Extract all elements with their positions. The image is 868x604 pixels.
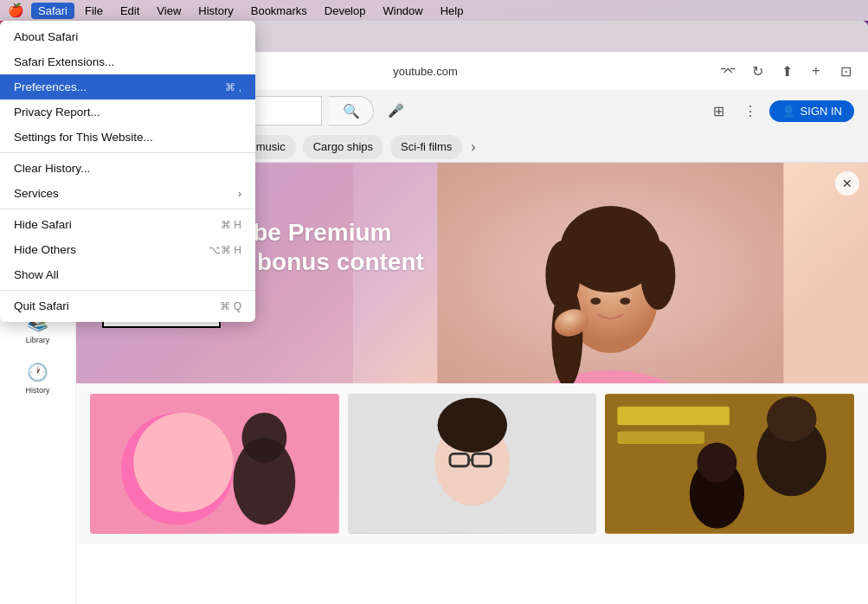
translate-icon[interactable]: ⌤ [716, 59, 740, 83]
svg-point-15 [241, 413, 286, 463]
menubar-item-file[interactable]: File [78, 3, 110, 19]
thumbnail-3[interactable] [605, 394, 854, 534]
menu-item-about-safari[interactable]: About Safari [0, 24, 255, 49]
preferences-label: Preferences... [14, 80, 87, 93]
chip-cargo-ships[interactable]: Cargo ships [303, 135, 383, 159]
thumbnail-3-image [605, 394, 854, 534]
svg-rect-25 [618, 432, 705, 444]
svg-point-18 [437, 398, 507, 453]
clear-history-label: Clear History... [14, 162, 90, 175]
menu-separator-2 [0, 209, 255, 209]
search-icon: 🔍 [343, 103, 360, 119]
svg-point-29 [698, 442, 737, 482]
menubar-item-help[interactable]: Help [434, 3, 471, 19]
thumbnails-row [76, 383, 868, 544]
more-options-icon[interactable]: ⋮ [738, 99, 762, 123]
sidebar-item-history[interactable]: 🕐 History [0, 353, 75, 403]
menu-item-show-all[interactable]: Show All [0, 262, 255, 287]
menubar-item-edit[interactable]: Edit [113, 3, 146, 19]
chips-more-icon[interactable]: › [471, 139, 475, 155]
share-icon[interactable]: ⬆ [775, 59, 799, 83]
menubar-item-view[interactable]: View [150, 3, 188, 19]
menu-item-hide-others[interactable]: Hide Others ⌥⌘ H [0, 237, 255, 262]
toolbar-icons: ⌤ ↻ ⬆ + ⊡ [716, 59, 858, 83]
menu-separator-3 [0, 290, 255, 291]
menubar: 🍎 Safari File Edit View History Bookmark… [0, 0, 868, 21]
menu-item-clear-history[interactable]: Clear History... [0, 156, 255, 181]
sidebar-library-label: Library [26, 336, 50, 344]
mic-button[interactable]: 🎤 [381, 96, 410, 125]
chip-sci-fi-films[interactable]: Sci-fi films [390, 135, 462, 159]
tab-overview-icon[interactable]: ⊡ [833, 59, 858, 83]
menu-item-hide-safari[interactable]: Hide Safari ⌘ H [0, 212, 255, 237]
sign-in-button[interactable]: 👤 SIGN IN [769, 100, 854, 122]
preferences-shortcut: ⌘ , [225, 81, 241, 93]
close-banner-button[interactable]: ✕ [835, 171, 859, 196]
thumbnail-2[interactable] [348, 394, 597, 534]
svg-point-27 [767, 396, 817, 441]
svg-point-13 [133, 413, 233, 512]
dropdown-menu-container: About Safari Safari Extensions... Prefer… [0, 21, 255, 322]
sidebar-history-wrap: 🕐 History [0, 353, 75, 403]
thumbnail-2-image [348, 394, 597, 534]
hide-others-label: Hide Others [14, 243, 76, 256]
sign-in-avatar-icon: 👤 [781, 105, 795, 118]
menubar-item-window[interactable]: Window [376, 3, 429, 19]
quit-safari-label: Quit Safari [14, 299, 69, 312]
menubar-item-bookmarks[interactable]: Bookmarks [244, 3, 314, 19]
menu-item-preferences[interactable]: Preferences... ⌘ , [0, 74, 255, 100]
sign-in-label: SIGN IN [800, 105, 842, 118]
reload-icon[interactable]: ↻ [745, 59, 769, 83]
history-icon: 🕐 [27, 362, 48, 382]
svg-point-9 [620, 298, 631, 305]
safari-dropdown-menu: About Safari Safari Extensions... Prefer… [0, 21, 255, 322]
safari-extensions-label: Safari Extensions... [14, 55, 114, 68]
services-arrow-icon: › [238, 188, 241, 200]
menubar-item-safari[interactable]: Safari [31, 3, 74, 19]
services-label: Services [14, 187, 59, 200]
search-button[interactable]: 🔍 [329, 96, 374, 125]
menubar-item-develop[interactable]: Develop [318, 3, 373, 19]
menubar-item-history[interactable]: History [191, 3, 240, 19]
hide-others-shortcut: ⌥⌘ H [209, 244, 241, 256]
mic-icon: 🎤 [388, 103, 404, 119]
hide-safari-shortcut: ⌘ H [221, 219, 241, 231]
menu-item-services[interactable]: Services › [0, 181, 255, 206]
thumbnail-1-image [90, 394, 339, 534]
settings-website-label: Settings for This Website... [14, 131, 153, 144]
menu-item-privacy-report[interactable]: Privacy Report... [0, 100, 255, 125]
new-tab-icon[interactable]: + [804, 59, 828, 83]
apple-menu-icon[interactable]: 🍎 [7, 3, 24, 18]
svg-point-8 [591, 298, 601, 305]
thumbnail-1[interactable] [90, 394, 339, 534]
quit-safari-shortcut: ⌘ Q [220, 300, 241, 312]
svg-point-6 [641, 241, 676, 310]
hide-safari-label: Hide Safari [14, 218, 72, 231]
sidebar-history-label: History [25, 386, 49, 395]
svg-rect-24 [618, 407, 730, 426]
menu-item-safari-extensions[interactable]: Safari Extensions... [0, 49, 255, 74]
grid-icon[interactable]: ⊞ [707, 99, 731, 123]
menu-item-quit-safari[interactable]: Quit Safari ⌘ Q [0, 293, 255, 318]
about-safari-label: About Safari [14, 30, 78, 43]
show-all-label: Show All [14, 268, 59, 281]
privacy-report-label: Privacy Report... [14, 106, 100, 119]
menu-separator-1 [0, 152, 255, 153]
menu-item-settings-website[interactable]: Settings for This Website... [0, 125, 255, 150]
